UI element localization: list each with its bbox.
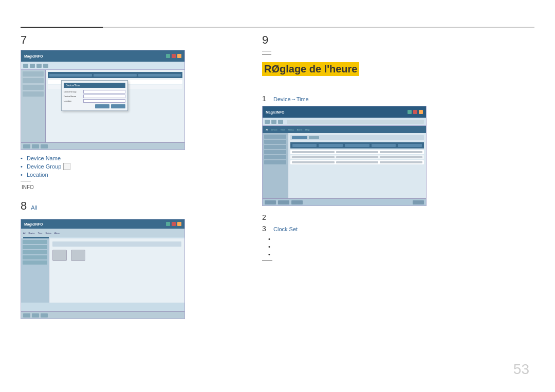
- ss8-sidebar: [21, 238, 49, 303]
- ss7-sidebar: [21, 70, 46, 150]
- ss9-search-bar: [287, 120, 424, 124]
- ss9-nav-all: All: [266, 128, 268, 131]
- ss9-table-header: [290, 142, 424, 148]
- section8-all-link[interactable]: All: [31, 204, 37, 211]
- ss7-label1: Device Group: [64, 90, 82, 93]
- ss7-header: MagicINFO: [21, 50, 184, 62]
- ss7-input1: [83, 90, 125, 94]
- ss7-sidebar-item3: [23, 85, 44, 90]
- ss8-nav-status: Status: [45, 232, 51, 234]
- ss9-cell1-2: [336, 151, 379, 153]
- device-group-link[interactable]: Device Group: [27, 163, 61, 170]
- ss7-input3: [83, 99, 125, 103]
- ss9-filter-item2: [309, 136, 319, 139]
- screenshot-7: MagicINFO: [21, 50, 185, 150]
- ss9-nav-alarm: Alarm: [297, 128, 302, 131]
- step1-number: 1: [262, 95, 269, 103]
- ss8-main: [49, 238, 184, 303]
- ss8-nav-device: Device: [28, 232, 34, 234]
- bullet-device-group: Device Group: [21, 163, 221, 170]
- ss8-nav-all: All: [23, 232, 25, 234]
- section-8-number: 8: [21, 199, 27, 213]
- ss7-dialog-row3: Location: [64, 99, 125, 103]
- ss9-nav-status: Status: [288, 128, 293, 131]
- ss8-icons-row: [52, 250, 181, 261]
- device-name-link[interactable]: Device Name: [27, 155, 61, 161]
- dash-line-7: [21, 181, 31, 181]
- ss8-icon2: [172, 222, 176, 226]
- ss9-cell1-3: [380, 151, 422, 153]
- info-label: INFO: [22, 184, 221, 190]
- ss7-btn-cancel: [111, 104, 125, 108]
- ss8-footer: [21, 311, 184, 319]
- ss8-toolbar: MagicINFO: [21, 219, 184, 229]
- ss9-tb3: [278, 120, 283, 124]
- ss9-footer-item2: [278, 200, 289, 204]
- ss9-icon3: [419, 110, 423, 114]
- ss9-cell2-3: [380, 156, 422, 158]
- ss8-breadcrumb: [52, 241, 181, 247]
- ss9-body: [263, 133, 426, 206]
- ss8-nav: All Device Time Status Alarm: [21, 229, 184, 237]
- step1-link[interactable]: Device→Time: [273, 96, 309, 102]
- ss8-sidebar-item5: [23, 260, 47, 265]
- small-square-icon: [63, 163, 70, 170]
- ss7-main: Device/Time Device Group Device Name Loc…: [46, 70, 184, 150]
- ss7-footer: [21, 142, 184, 150]
- highlight-heading: RØglage de l'heure: [262, 62, 359, 76]
- ss7-footer-btn1: [23, 144, 30, 148]
- ss9-icon1: [408, 110, 412, 114]
- ss7-sidebar-item2: [23, 78, 44, 83]
- ss8-nav-time: Time: [38, 232, 43, 234]
- ss7-dialog: Device/Time Device Group Device Name Loc…: [61, 80, 128, 111]
- dash-step3: [262, 260, 272, 261]
- ss9-col4: [372, 144, 396, 147]
- ss9-nav: All Device Time Status Alarm Help: [263, 126, 426, 133]
- ss9-sidebar: [263, 133, 288, 206]
- ss8-footer-btn1: [23, 313, 30, 318]
- ss7-dialog-btns: [64, 104, 125, 108]
- ss8-footer-btn3: [41, 313, 48, 318]
- step3-dot3: [268, 251, 534, 257]
- ss9-filter-item1: [292, 136, 307, 139]
- section-9-number: 9: [262, 33, 534, 47]
- ss9-footer-right: [413, 200, 424, 204]
- ss8-nav-alarm: Alarm: [54, 232, 60, 234]
- ss7-footer-btn2: [32, 144, 39, 148]
- step1-arrow: →: [291, 96, 297, 102]
- ss7-footer-btn3: [41, 144, 48, 148]
- ss8-sidebar-item3: [23, 250, 47, 254]
- step3-link[interactable]: Clock Set: [273, 226, 298, 232]
- ss7-tb-btn2: [30, 64, 35, 68]
- ss9-cell3-3: [380, 161, 422, 163]
- ss9-cell2-1: [292, 156, 335, 158]
- ss8-sidebar-item4: [23, 255, 47, 259]
- ss7-header-icon3: [177, 54, 181, 58]
- step1-label: Device: [273, 96, 291, 102]
- ss7-tb-btn1: [23, 64, 28, 68]
- ss8-sidebar-item2: [23, 245, 47, 249]
- ss7-col2: [94, 74, 136, 77]
- ss9-cell2-2: [336, 156, 379, 158]
- ss9-nav-device: Device: [271, 128, 277, 131]
- ss9-row3: [290, 160, 424, 164]
- ss9-tb2: [271, 120, 276, 124]
- ss9-col5: [398, 144, 422, 147]
- ss9-footer-right-item: [413, 200, 424, 204]
- step2-number: 2: [262, 213, 269, 221]
- screenshot-8: MagicINFO All Device Time Status Alarm: [21, 219, 185, 319]
- step3-dot2: [268, 244, 534, 250]
- ss7-header-icon1: [166, 54, 170, 58]
- ss8-icon1: [166, 222, 170, 226]
- ss7-sidebar-item4: [23, 91, 44, 97]
- section-7-number: 7: [21, 33, 221, 47]
- ss9-tb1: [265, 120, 270, 124]
- ss7-col3: [138, 74, 181, 77]
- step3-number: 3: [262, 225, 269, 233]
- ss9-sidebar-item1: [264, 135, 286, 139]
- location-link[interactable]: Location: [27, 172, 48, 178]
- ss7-tb-btn4: [43, 64, 48, 68]
- ss9-main: [288, 133, 426, 206]
- ss7-input2: [83, 95, 125, 98]
- screenshot-9: MagicINFO All Device Time Status Alarm H…: [262, 106, 427, 206]
